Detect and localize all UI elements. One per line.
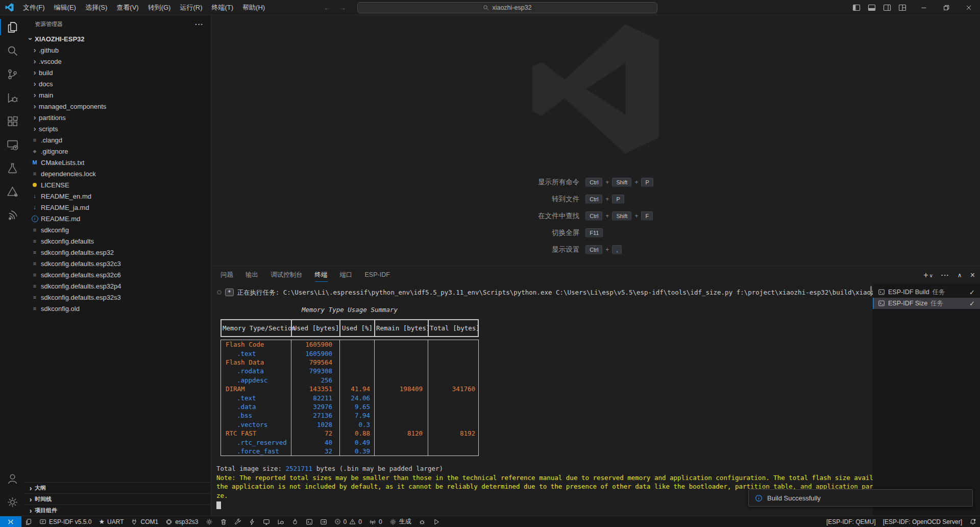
tree-item[interactable]: main [24,89,211,101]
menu-item[interactable]: 转到(G) [143,0,176,15]
qemu-status[interactable]: [ESP-IDF: QEMU] [823,516,879,527]
notifications-button[interactable] [966,516,980,527]
tree-item[interactable]: sdkconfig.defaults.esp32c3 [24,258,211,269]
problems-indicator[interactable]: 0 0 [331,516,365,527]
tree-item[interactable]: README_ja.md [24,202,211,213]
menu-item[interactable]: 终端(T) [207,0,238,15]
tree-item[interactable]: sdkconfig.defaults.esp32s3 [24,292,211,303]
openocd-status[interactable]: [ESP-IDF: OpenOCD Server] [879,516,966,527]
forward-arrow-icon[interactable]: → [339,4,346,12]
menu-item[interactable]: 运行(R) [175,0,207,15]
close-button[interactable] [958,0,980,15]
tree-item[interactable]: .github [24,44,211,56]
tree-item[interactable]: README_en.md [24,190,211,202]
run-task-button[interactable] [429,516,444,527]
menu-item[interactable]: 文件(F) [18,0,50,15]
tree-item[interactable]: scripts [24,123,211,134]
device-target-button[interactable]: esp32s3 [162,516,202,527]
build-button[interactable] [231,516,245,527]
menu-item[interactable]: 帮助(H) [238,0,270,15]
sidebar-item-source-control[interactable] [0,62,24,86]
idf-version-button[interactable]: ESP-IDF v5.5.0 [36,516,95,527]
sidebar-item-explorer[interactable] [0,15,24,39]
sidebar-item-espressif[interactable] [0,203,24,227]
tree-item[interactable]: .vscode [24,56,211,67]
restore-button[interactable] [935,0,958,15]
remote-indicator[interactable] [0,516,21,527]
panel-tab[interactable]: 问题 [220,266,233,284]
tree-item[interactable]: sdkconfig.old [24,303,211,314]
sidebar-section-header[interactable]: 大纲 [24,482,211,493]
tree-item[interactable]: docs [24,78,211,89]
menu-item[interactable]: 查看(V) [112,0,143,15]
sidebar-section-header[interactable]: 项目组件 [24,505,211,516]
flash-button[interactable] [245,516,259,527]
tree-item[interactable]: sdkconfig [24,224,211,235]
close-panel-icon[interactable] [970,271,975,280]
tree-item[interactable]: build [24,67,211,78]
command-center-search[interactable]: xiaozhi-esp32 [357,2,657,13]
minimize-button[interactable] [913,0,935,15]
task-type-label: 任务 [933,288,945,297]
tree-item[interactable]: .clangd [24,134,211,146]
monitor-button[interactable] [259,516,274,527]
tree-item[interactable]: dependencies.lock [24,168,211,179]
accounts-button[interactable] [0,467,24,490]
terminal-task-row[interactable]: ESP-IDF Build 任务 ✓ [873,286,980,298]
sidebar-item-testing[interactable] [0,156,24,180]
tree-item[interactable]: sdkconfig.defaults [24,235,211,247]
terminal-dropdown-icon[interactable] [929,271,933,279]
manage-button[interactable] [0,490,24,514]
terminal-output[interactable]: * 正在执行任务: C:\Users\Li\.espressif\python_… [211,284,873,516]
more-actions-icon[interactable] [195,20,204,29]
panel-tab[interactable]: ESP-IDF [365,266,390,284]
debug-task-button[interactable] [415,516,429,527]
build-flash-monitor-button[interactable] [288,516,302,527]
tree-item[interactable]: sdkconfig.defaults.esp32 [24,247,211,258]
notification-toast[interactable]: Build Successfully [748,489,973,507]
customize-layout-icon[interactable] [898,4,906,12]
tree-item[interactable]: .gitignore [24,146,211,157]
ports-indicator[interactable]: 0 [365,516,386,527]
panel-tab[interactable]: 端口 [340,266,353,284]
sidebar-item-run-debug[interactable] [0,86,24,109]
tree-item[interactable]: README.md [24,213,211,224]
task-type-label: 任务 [930,299,943,308]
more-actions-icon[interactable] [941,271,949,279]
panel-tab[interactable]: 调试控制台 [271,266,303,284]
debug-button[interactable] [274,516,288,527]
scrollbar-thumb[interactable] [870,286,872,296]
tree-root-folder[interactable]: XIAOZHI-ESP32 [24,33,211,44]
new-terminal-icon[interactable] [923,271,928,280]
serial-port-button[interactable]: COM1 [127,516,162,527]
tree-item[interactable]: managed_components [24,101,211,112]
tree-item[interactable]: sdkconfig.defaults.esp32c6 [24,269,211,280]
toggle-panel-icon[interactable] [868,4,876,12]
full-clean-button[interactable] [216,516,231,527]
sidebar-section-header[interactable]: 时间线 [24,493,211,505]
open-component-button[interactable] [316,516,331,527]
panel-tab[interactable]: 输出 [246,266,258,284]
sidebar-item-remote-explorer[interactable] [0,133,24,156]
sidebar-item-extensions[interactable] [0,109,24,133]
terminal-task-row[interactable]: ESP-IDF Size 任务 ✓ [873,298,980,309]
tree-item[interactable]: partitions [24,112,211,123]
maximize-panel-icon[interactable] [958,271,962,279]
tree-item[interactable]: LICENSE [24,179,211,190]
sidebar-item-esp-idf-explorer[interactable] [0,180,24,203]
menu-item[interactable]: 编辑(E) [50,0,81,15]
menu-item[interactable]: 选择(S) [81,0,112,15]
toggle-sidebar-icon[interactable] [852,4,861,12]
workspace-button[interactable] [21,516,36,527]
tree-item[interactable]: CMakeLists.txt [24,157,211,168]
build-task-button[interactable]: 生成 [386,516,415,527]
menuconfig-button[interactable] [202,516,216,527]
flash-method-button[interactable]: ★UART [95,516,127,527]
idf-terminal-button[interactable] [302,516,316,527]
back-arrow-icon[interactable]: ← [324,4,331,12]
command-decoration-icon[interactable] [217,290,222,295]
sidebar-item-search[interactable] [0,39,24,62]
toggle-secondary-sidebar-icon[interactable] [883,4,891,12]
tree-item[interactable]: sdkconfig.defaults.esp32p4 [24,280,211,292]
panel-tab[interactable]: 终端 [315,266,328,284]
